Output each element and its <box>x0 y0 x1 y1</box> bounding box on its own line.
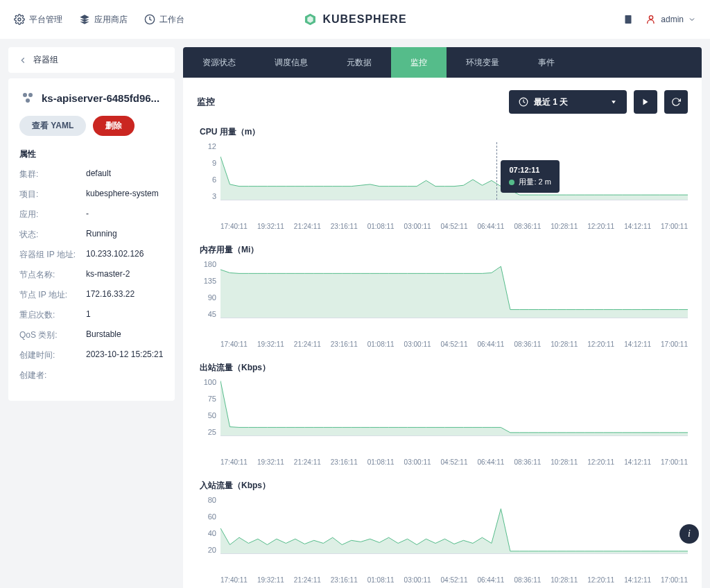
svg-point-5 <box>28 93 33 97</box>
tab-1[interactable]: 调度信息 <box>255 47 327 78</box>
x-tick: 19:32:11 <box>257 458 284 466</box>
caret-down-icon <box>610 98 617 105</box>
x-tick: 17:40:11 <box>220 223 248 230</box>
help-fab[interactable]: i <box>679 524 699 544</box>
x-tick: 04:52:11 <box>441 340 468 348</box>
x-axis: 17:40:1119:32:1121:24:1123:16:1101:08:11… <box>197 340 688 348</box>
x-tick: 10:28:11 <box>551 458 578 466</box>
nav-platform-label: 平台管理 <box>29 14 62 26</box>
button-row: 查看 YAML 删除 <box>19 116 164 136</box>
monitoring-panel: 监控 最近 1 天 <box>183 78 702 588</box>
main: 资源状态调度信息元数据监控环境变量事件 监控 最近 1 天 <box>183 47 702 588</box>
chart-plot[interactable] <box>220 496 688 554</box>
attrs-list: 集群:default项目:kubesphere-system应用:-状态:Run… <box>19 168 164 381</box>
attr-row: 状态:Running <box>19 229 164 241</box>
attr-value: 2023-10-12 15:25:21 <box>86 349 164 361</box>
svg-point-3 <box>650 16 653 19</box>
chart-block: 出站流量（Kbps）10075502517:40:1119:32:1121:24… <box>197 362 688 466</box>
refresh-icon <box>671 97 681 107</box>
attr-label: 重启次数: <box>19 309 86 321</box>
x-tick: 06:44:11 <box>477 576 504 584</box>
x-tick: 12:20:11 <box>587 576 614 584</box>
x-tick: 19:32:11 <box>257 576 284 584</box>
pod-name: ks-apiserver-6485fd96... <box>42 92 159 104</box>
svg-marker-9 <box>643 99 648 105</box>
play-button[interactable] <box>634 90 657 114</box>
attr-label: 节点 IP 地址: <box>19 289 86 301</box>
tab-3[interactable]: 监控 <box>391 47 447 78</box>
pod-title-row: ks-apiserver-6485fd96... <box>19 89 164 106</box>
chart-plot[interactable] <box>220 260 688 318</box>
tooltip-vline <box>496 142 497 200</box>
user-menu[interactable]: admin <box>646 14 696 25</box>
topbar-right: admin <box>622 13 696 26</box>
topbar-left: 平台管理 应用商店 工作台 <box>14 14 184 26</box>
attr-row: 节点名称:ks-master-2 <box>19 269 164 281</box>
chart-plot[interactable] <box>220 378 688 436</box>
time-range-label: 最近 1 天 <box>534 96 568 108</box>
attr-row: 集群:default <box>19 168 164 180</box>
x-tick: 19:32:11 <box>257 340 284 348</box>
nav-workbench[interactable]: 工作台 <box>144 14 184 26</box>
x-tick: 12:20:11 <box>587 458 614 466</box>
x-tick: 08:36:11 <box>514 223 541 230</box>
user-name: admin <box>661 15 684 24</box>
chart-area: 1801359045 <box>197 260 688 336</box>
x-tick: 10:28:11 <box>551 340 578 348</box>
y-tick: 6 <box>197 175 216 184</box>
breadcrumb-back[interactable]: 容器组 <box>8 47 175 73</box>
view-yaml-button[interactable]: 查看 YAML <box>19 116 86 136</box>
x-tick: 12:20:11 <box>587 223 614 230</box>
attr-row: 重启次数:1 <box>19 309 164 321</box>
notification-icon[interactable] <box>622 13 634 26</box>
svg-point-4 <box>23 93 27 97</box>
x-tick: 14:12:11 <box>624 458 651 466</box>
chart-area: 80604020 <box>197 496 688 572</box>
nav-appstore[interactable]: 应用商店 <box>79 14 128 26</box>
chart-title: CPU 用量（m） <box>197 126 688 138</box>
layers-icon <box>79 14 90 25</box>
nav-workbench-label: 工作台 <box>159 14 184 26</box>
nav-platform[interactable]: 平台管理 <box>14 14 62 26</box>
clock-icon <box>519 97 528 107</box>
x-tick: 17:00:11 <box>661 340 688 348</box>
tab-2[interactable]: 元数据 <box>327 47 391 78</box>
x-tick: 03:00:11 <box>404 458 431 466</box>
x-tick: 08:36:11 <box>514 576 541 584</box>
chevron-down-icon <box>688 15 696 24</box>
x-tick: 06:44:11 <box>477 458 504 466</box>
y-tick: 3 <box>197 192 216 200</box>
x-tick: 23:16:11 <box>331 340 358 348</box>
time-range-select[interactable]: 最近 1 天 <box>509 90 627 114</box>
x-tick: 17:00:11 <box>661 458 688 466</box>
attr-row: 创建时间:2023-10-12 15:25:21 <box>19 349 164 361</box>
y-tick: 75 <box>197 395 216 403</box>
brand-logo[interactable]: KUBESPHERE <box>303 12 406 26</box>
y-tick: 60 <box>197 512 216 521</box>
chart-plot[interactable]: 07:12:11用量: 2 m <box>220 142 688 200</box>
y-tick: 50 <box>197 411 216 420</box>
refresh-button[interactable] <box>664 90 688 114</box>
tab-0[interactable]: 资源状态 <box>183 47 255 78</box>
tab-4[interactable]: 环境变量 <box>447 47 519 78</box>
x-tick: 01:08:11 <box>367 458 395 466</box>
attr-value: 1 <box>86 309 164 321</box>
x-tick: 14:12:11 <box>624 340 651 348</box>
y-axis: 80604020 <box>197 496 220 554</box>
y-axis: 1801359045 <box>197 260 220 318</box>
delete-button[interactable]: 删除 <box>93 116 135 136</box>
x-tick: 03:00:11 <box>404 223 431 230</box>
x-tick: 14:12:11 <box>624 223 651 230</box>
attr-label: 状态: <box>19 229 86 241</box>
sidebar: 容器组 ks-apiserver-6485fd96... 查看 YAML 删除 … <box>8 47 175 588</box>
content: 容器组 ks-apiserver-6485fd96... 查看 YAML 删除 … <box>0 39 710 588</box>
svg-point-0 <box>18 18 21 21</box>
attr-value: 172.16.33.22 <box>86 289 164 301</box>
svg-point-6 <box>26 98 30 103</box>
breadcrumb-label: 容器组 <box>33 54 58 66</box>
svg-marker-8 <box>612 101 616 103</box>
attr-value: ks-master-2 <box>86 269 164 281</box>
panel-header: 监控 最近 1 天 <box>197 90 688 114</box>
tab-5[interactable]: 事件 <box>519 47 574 78</box>
attr-value: kubesphere-system <box>86 189 164 200</box>
